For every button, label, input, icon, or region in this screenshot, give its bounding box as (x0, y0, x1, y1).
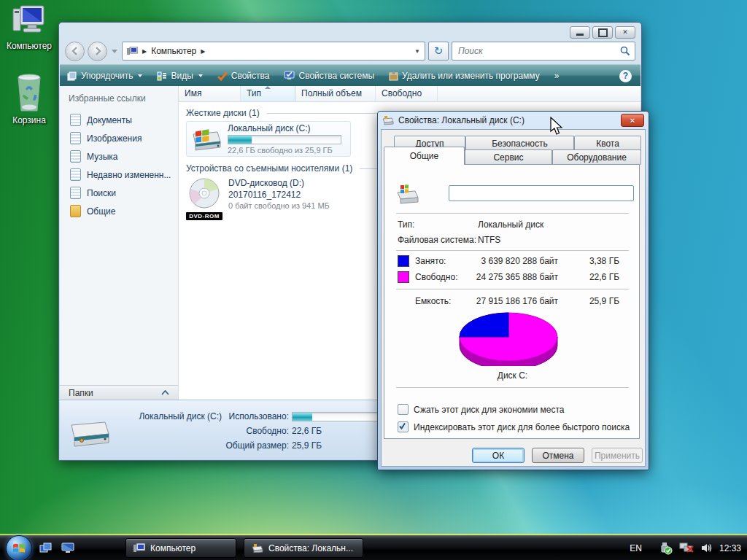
dialog-close-button[interactable]: ✕ (621, 114, 644, 127)
column-name[interactable]: Имя (179, 86, 241, 101)
type-value: Локальный диск (478, 219, 543, 230)
computer-icon (10, 4, 48, 39)
sidebar-item-pictures[interactable]: Изображения (60, 129, 178, 147)
help-icon: ? (623, 71, 628, 81)
start-button[interactable] (6, 535, 32, 560)
volume-icon[interactable] (701, 542, 713, 553)
chevron-down-icon (138, 74, 142, 77)
clock[interactable]: 12:33 (719, 543, 741, 553)
tab-general-active[interactable]: Общие (384, 147, 465, 165)
pictures-icon (70, 132, 81, 144)
details-free-label: Свободно: (222, 426, 292, 436)
favorite-links-title: Избранные ссылки (69, 93, 178, 104)
refresh-button[interactable]: ↻ (428, 42, 449, 61)
dvd-disc-icon (187, 178, 221, 210)
sidebar-item-documents[interactable]: Документы (60, 111, 178, 129)
sidebar-item-searches[interactable]: Поиски (60, 184, 178, 202)
tab-quota[interactable]: Квота (574, 136, 641, 151)
capacity-bar-fill (228, 136, 252, 144)
organize-menu[interactable]: Упорядочить (67, 71, 142, 81)
search-input[interactable] (457, 45, 620, 57)
breadcrumb-arrow-icon[interactable]: ▶ (201, 48, 205, 55)
dialog-titlebar[interactable]: Свойства: Локальный диск (C:) ✕ (378, 112, 649, 129)
network-status-icon[interactable] (679, 542, 694, 554)
sidebar-item-public[interactable]: Общие (60, 202, 178, 220)
sidebar-item-label: Изображения (87, 133, 142, 144)
details-capacity-bar (292, 412, 387, 421)
back-button[interactable] (65, 42, 85, 61)
compress-checkbox[interactable] (398, 404, 409, 415)
desktop-icon-computer[interactable]: Компьютер (0, 4, 58, 51)
column-type[interactable]: Тип (241, 86, 295, 101)
filesystem-value: NTFS (478, 235, 500, 245)
separator (396, 250, 629, 253)
maximize-button[interactable] (592, 26, 613, 39)
language-indicator[interactable]: EN (630, 543, 642, 553)
cancel-label: Отмена (542, 451, 573, 461)
index-checkbox[interactable] (398, 421, 409, 432)
disk-usage-pie-chart (450, 309, 567, 366)
close-button[interactable]: ✕ (615, 26, 635, 39)
system-properties-button[interactable]: Свойства системы (284, 71, 374, 81)
views-icon (157, 71, 167, 81)
drive-task-icon (252, 543, 263, 553)
sidebar-item-music[interactable]: Музыка (60, 147, 178, 166)
taskbar: Компьютер Свойства: Локальн... EN 12:33 (0, 535, 747, 560)
free-label: Свободно: (415, 272, 458, 282)
drive-c-item[interactable]: Локальный диск (C:) 22,6 ГБ свободно из … (186, 121, 351, 157)
column-total-size[interactable]: Полный объем (295, 86, 376, 101)
capacity-bar (228, 135, 341, 144)
tab-tools[interactable]: Сервис (465, 149, 552, 165)
toolbar-overflow[interactable]: » (554, 71, 560, 81)
views-label: Виды (171, 71, 193, 81)
help-button[interactable]: ? (619, 70, 632, 82)
compress-checkbox-label[interactable]: Сжать этот диск для экономии места (414, 405, 564, 415)
quick-launch-show-desktop[interactable] (60, 541, 76, 556)
cancel-button[interactable]: Отмена (532, 448, 584, 463)
quick-launch-switch-windows[interactable] (38, 541, 54, 556)
used-label: Занято: (415, 256, 446, 266)
properties-button[interactable]: Свойства (217, 71, 270, 81)
recent-changes-icon (70, 168, 81, 181)
tab-security[interactable]: Безопасность (465, 136, 574, 151)
address-bar[interactable]: ▶ Компьютер ▶ ▼ (122, 42, 425, 61)
apply-label: Применить (595, 451, 640, 461)
volume-label-input[interactable] (449, 185, 634, 201)
desktop-icon-recycle-bin[interactable]: Корзина (0, 73, 58, 125)
taskbar-button-properties[interactable]: Свойства: Локальн... (244, 538, 363, 558)
search-icon[interactable] (620, 46, 630, 56)
used-size: 3,38 ГБ (567, 256, 619, 266)
sidebar-item-recent[interactable]: Недавно измененн... (60, 166, 178, 184)
hard-drive-large-icon (69, 416, 111, 453)
column-label: Тип (247, 88, 261, 98)
general-tab-page: Тип: Локальный диск Файловая система: NT… (384, 164, 640, 439)
index-checkbox-label[interactable]: Индексировать этот диск для более быстро… (414, 422, 630, 432)
breadcrumb-root[interactable]: Компьютер (151, 46, 196, 56)
usb-device-icon[interactable] (659, 542, 673, 555)
column-free-space[interactable]: Свободно (376, 86, 438, 101)
dvd-free-text: 0 байт свободно из 941 МБ (228, 201, 330, 210)
capacity-label: Емкость: (415, 296, 451, 306)
dvd-rom-badge: DVD-ROM (186, 212, 222, 220)
ok-button[interactable]: ОК (472, 448, 525, 463)
program-box-icon (389, 71, 398, 81)
tab-label: Безопасность (492, 139, 548, 149)
minimize-button[interactable] (570, 26, 590, 39)
address-dropdown-icon[interactable]: ▼ (414, 48, 420, 55)
taskbar-button-computer[interactable]: Компьютер (125, 538, 236, 558)
recent-pages-dropdown[interactable] (112, 50, 117, 53)
check-icon (217, 71, 228, 81)
column-label: Полный объем (301, 88, 362, 98)
ok-label: ОК (492, 451, 504, 461)
uninstall-program-button[interactable]: Удалить или изменить программу (389, 71, 540, 81)
sidebar-item-label: Недавно измененн... (87, 170, 171, 180)
used-bytes: 3 639 820 288 байт (457, 256, 558, 266)
free-legend-swatch (398, 271, 409, 283)
forward-button[interactable] (88, 42, 107, 61)
apply-button[interactable]: Применить (592, 448, 643, 463)
desktop-icon-label: Корзина (0, 115, 58, 125)
views-menu[interactable]: Виды (157, 71, 202, 81)
tab-hardware[interactable]: Оборудование (552, 149, 641, 165)
dvd-volume-label: 20170116_172412 (228, 190, 330, 200)
folders-band[interactable]: Папки (60, 385, 178, 400)
